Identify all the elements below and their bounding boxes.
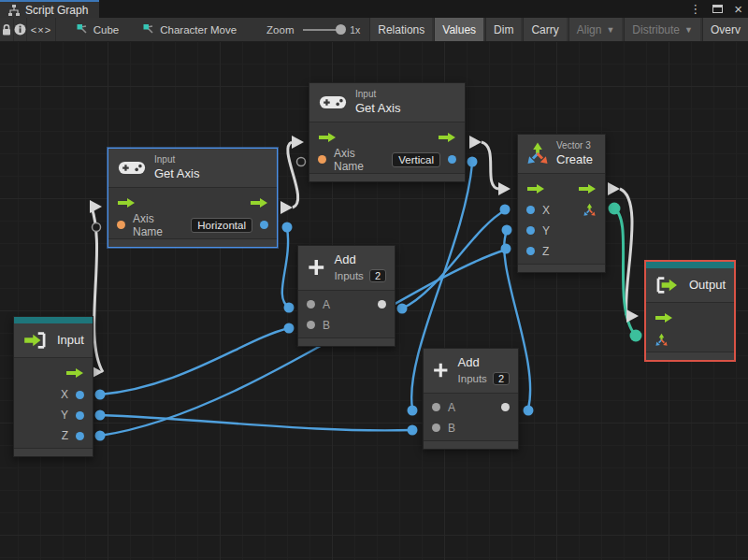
value-endpoint: [524, 406, 534, 416]
flow-endpoint: [280, 201, 293, 214]
close-icon[interactable]: ×: [734, 2, 742, 16]
breadcrumb-label: Character Move: [160, 24, 237, 36]
zoom-slider[interactable]: [303, 29, 344, 31]
axis-name-field[interactable]: Vertical: [392, 152, 440, 167]
port-row-x: X: [14, 384, 93, 405]
node-graph-input[interactable]: Input X Y Z: [13, 316, 94, 457]
node-kind: Input: [355, 89, 400, 101]
inputs-label: Inputs: [335, 269, 364, 282]
port-label: A: [323, 298, 330, 311]
breadcrumb-cube[interactable]: Cube: [71, 23, 125, 36]
float-out-port-icon[interactable]: [260, 221, 268, 229]
wire-horizontal-to-add1-a: [282, 228, 289, 308]
port-row-z: Z: [518, 241, 605, 262]
flow-in-arrow-icon[interactable]: [117, 197, 136, 208]
result-out-port-icon[interactable]: [501, 403, 510, 411]
result-out-port-icon[interactable]: [378, 300, 386, 309]
toggle-overview[interactable]: Overv: [702, 18, 748, 42]
value-endpoint: [408, 406, 418, 416]
graph-canvas[interactable]: Input Get Axis Axis Name Vertical: [0, 42, 748, 560]
inputs-count-field[interactable]: 2: [369, 269, 386, 282]
axis-name-field[interactable]: Horizontal: [191, 218, 252, 233]
value-endpoint: [468, 157, 478, 167]
float-port-icon[interactable]: [526, 247, 535, 255]
flow-out-arrow-icon[interactable]: [250, 197, 268, 208]
graph-hierarchy-icon: [7, 5, 21, 16]
float-port-icon[interactable]: [526, 226, 535, 235]
value-endpoint: [284, 323, 295, 334]
string-port-icon[interactable]: [117, 221, 125, 229]
node-graph-output[interactable]: Output: [645, 261, 735, 361]
float-out-port-icon[interactable]: [76, 411, 84, 420]
flow-out-row: [14, 362, 93, 384]
vector3-in-port-icon[interactable]: [654, 333, 669, 347]
node-add-top[interactable]: Add Inputs 2 A B: [297, 245, 396, 347]
port-label: X: [61, 388, 68, 401]
node-vector3-create[interactable]: Vector 3 Create X: [517, 134, 606, 273]
tab-script-graph[interactable]: Script Graph: [0, 0, 99, 18]
flow-out-arrow-icon[interactable]: [438, 132, 456, 143]
breadcrumb-label: Cube: [94, 24, 120, 36]
float-out-port-icon[interactable]: [76, 432, 84, 440]
node-add-bottom[interactable]: Add Inputs 2 A B: [423, 348, 519, 450]
node-title: Output: [689, 278, 726, 293]
flow-out-arrow-icon[interactable]: [578, 183, 597, 194]
port-label: A: [448, 401, 455, 414]
node-get-axis-vertical[interactable]: Input Get Axis Axis Name Vertical: [309, 82, 466, 182]
string-port-icon[interactable]: [318, 155, 326, 164]
flow-in-arrow-icon[interactable]: [526, 183, 545, 194]
wire-input-x-to-add1-b: [100, 328, 289, 395]
flow-out-arrow-icon[interactable]: [65, 367, 84, 379]
node-footer: [108, 238, 277, 247]
node-title: Create: [556, 152, 593, 167]
tab-title: Script Graph: [25, 4, 88, 17]
value-port-icon[interactable]: [307, 321, 315, 329]
toggle-carry[interactable]: Carry: [523, 18, 566, 42]
lock-button[interactable]: [0, 18, 14, 42]
float-out-port-icon[interactable]: [76, 391, 84, 399]
inputs-label: Inputs: [458, 372, 487, 385]
io-titlebar: [14, 317, 93, 323]
value-endpoint: [500, 205, 511, 215]
node-footer: [646, 352, 734, 360]
gamepad-icon: [319, 93, 347, 111]
flow-in-arrow-icon[interactable]: [318, 132, 337, 143]
toggle-dim[interactable]: Dim: [485, 18, 521, 42]
chevron-down-icon: ▼: [684, 25, 693, 35]
axis-name-row: Axis Name Vertical: [309, 149, 465, 171]
breadcrumb-character-move[interactable]: Character Move: [137, 23, 242, 36]
float-out-port-icon[interactable]: [448, 155, 456, 164]
value-port-icon[interactable]: [432, 403, 440, 411]
maximize-icon[interactable]: [712, 5, 723, 13]
zoom-slider-handle[interactable]: [336, 24, 346, 35]
inputs-count-field[interactable]: 2: [493, 372, 510, 385]
flow-ports-row: [309, 126, 465, 149]
value-port-icon[interactable]: [307, 300, 315, 309]
code-view-button[interactable]: <×>: [27, 18, 56, 42]
toggle-relations[interactable]: Relations: [369, 18, 432, 42]
wire-add1-to-vector3-x: [402, 210, 505, 309]
value-endpoint: [284, 303, 295, 313]
wire-flow-vector3-to-output: [620, 189, 632, 315]
node-title: Get Axis: [154, 166, 199, 181]
value-endpoint: [282, 223, 293, 233]
dropdown-align[interactable]: Align▼: [568, 18, 623, 42]
flow-endpoint: [469, 136, 482, 149]
toggle-values[interactable]: Values: [434, 18, 483, 42]
port-row-b: B: [298, 315, 395, 336]
value-port-icon[interactable]: [432, 424, 440, 432]
plus-icon: [432, 358, 450, 382]
flow-endpoint: [498, 182, 511, 195]
flow-in-arrow-icon[interactable]: [654, 312, 673, 323]
dropdown-distribute[interactable]: Distribute▼: [624, 18, 700, 42]
node-title: Add: [458, 355, 510, 370]
port-label: Axis Name: [334, 147, 384, 173]
float-port-icon[interactable]: [526, 206, 535, 214]
vector3-out-port-icon[interactable]: [583, 203, 597, 217]
value-endpoint: [408, 425, 418, 436]
node-get-axis-horizontal[interactable]: Input Get Axis Axis Name Horizontal: [108, 148, 278, 248]
flow-in-row: [646, 307, 734, 329]
info-button[interactable]: [14, 18, 28, 42]
kebab-menu-icon[interactable]: ⋮: [689, 3, 701, 15]
vector-endpoint: [630, 330, 642, 342]
